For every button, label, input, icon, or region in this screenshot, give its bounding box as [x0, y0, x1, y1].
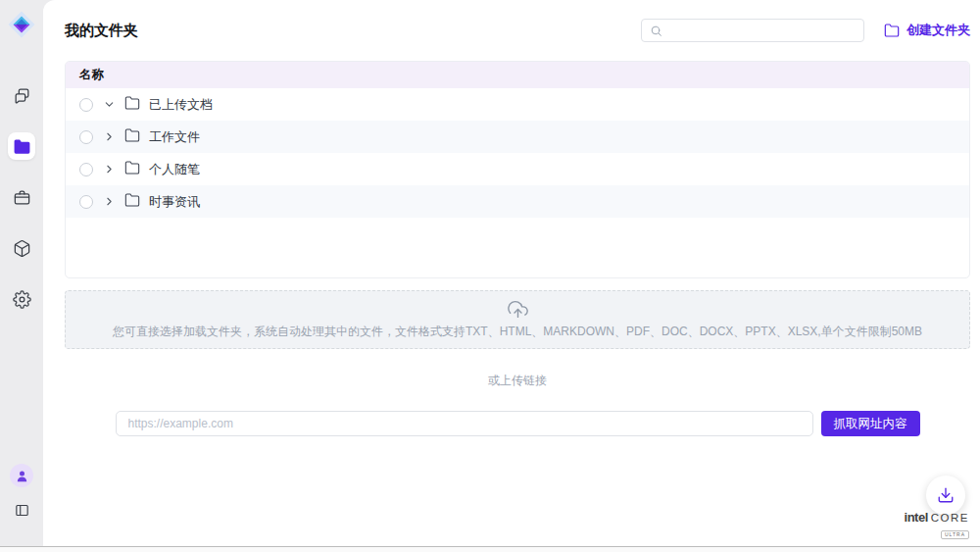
- table-header: 名称: [66, 62, 969, 88]
- download-fab-button[interactable]: [926, 476, 965, 515]
- folder-name: 已上传文档: [149, 96, 213, 114]
- table-row[interactable]: 时事资讯: [66, 185, 969, 218]
- page-header: 我的文件夹 创建文件夹: [65, 0, 970, 61]
- briefcase-icon[interactable]: [8, 183, 35, 211]
- folder-icon: [124, 95, 140, 115]
- chat-icon[interactable]: [8, 81, 35, 109]
- sidebar-bottom: [10, 464, 33, 521]
- sidebar-item-folders[interactable]: [8, 132, 35, 160]
- row-checkbox[interactable]: [79, 130, 93, 144]
- folder-table: 名称 已上传文档 工作文件: [65, 61, 970, 278]
- chevron-right-icon[interactable]: [102, 163, 116, 176]
- table-row[interactable]: 已上传文档: [66, 88, 969, 121]
- upload-dropzone[interactable]: 您可直接选择加载文件夹，系统自动处理其中的文件，文件格式支持TXT、HTML、M…: [65, 290, 970, 349]
- upload-hint: 您可直接选择加载文件夹，系统自动处理其中的文件，文件格式支持TXT、HTML、M…: [113, 324, 922, 340]
- panel-toggle-icon[interactable]: [11, 499, 32, 521]
- table-row[interactable]: 个人随笔: [66, 153, 969, 185]
- gear-icon[interactable]: [8, 285, 35, 313]
- row-checkbox[interactable]: [79, 195, 93, 209]
- intel-ultra-badge: ultra: [941, 530, 969, 539]
- page-title: 我的文件夹: [65, 22, 138, 40]
- sidebar: [0, 0, 43, 546]
- chevron-right-icon[interactable]: [102, 130, 116, 144]
- chevron-down-icon[interactable]: [102, 98, 116, 112]
- folder-name: 个人随笔: [149, 161, 200, 178]
- search-icon: [650, 25, 662, 37]
- download-icon: [937, 486, 955, 504]
- sidebar-nav: [8, 81, 35, 313]
- cube-icon[interactable]: [8, 234, 35, 262]
- folder-name: 工作文件: [149, 128, 200, 146]
- fetch-url-button[interactable]: 抓取网址内容: [821, 411, 920, 436]
- url-input[interactable]: [116, 411, 813, 436]
- intel-core-logo: intel core ultra: [905, 511, 969, 540]
- table-body: 已上传文档 工作文件 个人随笔: [66, 88, 969, 218]
- main-content: 我的文件夹 创建文件夹 名称 已上传文档: [43, 0, 980, 546]
- intel-product-text: core: [931, 513, 969, 525]
- window-bottom-edge: [0, 546, 980, 552]
- chevron-right-icon[interactable]: [102, 195, 116, 209]
- cloud-upload-icon: [508, 299, 528, 320]
- search-box[interactable]: [641, 19, 864, 42]
- folder-icon: [124, 192, 140, 212]
- intel-brand-text: intel: [905, 511, 928, 524]
- user-avatar[interactable]: [10, 464, 33, 487]
- table-row[interactable]: 工作文件: [66, 121, 969, 153]
- app-logo-icon[interactable]: [6, 9, 37, 40]
- folder-plus-icon: [884, 23, 900, 38]
- search-input[interactable]: [668, 24, 856, 37]
- or-upload-link-label: 或上传链接: [65, 373, 970, 389]
- create-folder-button[interactable]: 创建文件夹: [884, 22, 970, 39]
- folder-name: 时事资讯: [149, 193, 200, 211]
- create-folder-label: 创建文件夹: [906, 22, 970, 39]
- name-column-header: 名称: [79, 67, 104, 83]
- row-checkbox[interactable]: [79, 98, 93, 112]
- folder-icon: [124, 160, 140, 179]
- url-upload-row: 抓取网址内容: [65, 411, 970, 436]
- row-checkbox[interactable]: [79, 163, 93, 176]
- folder-icon: [124, 127, 140, 147]
